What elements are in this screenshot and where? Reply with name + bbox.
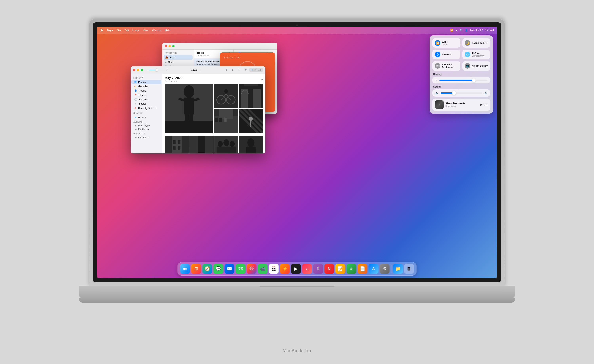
section-1-header: May 7, 2020 New Jersey ···	[165, 76, 263, 82]
zoom-thumb[interactable]	[155, 69, 158, 71]
dock-icon-safari[interactable]: 🧭	[202, 264, 212, 274]
camera	[296, 24, 298, 26]
dock-icon-messages[interactable]: 💬	[213, 264, 223, 274]
dock-icon-pages[interactable]: 📄	[358, 264, 367, 274]
dock-icon-mail[interactable]: ✉️	[224, 264, 234, 274]
cc-keyboard-tile[interactable]: ⌨ Keyboard Brightness	[432, 61, 460, 71]
dock-icon-photos[interactable]: 🖼	[247, 264, 256, 274]
photo-plus-count[interactable]: +1	[239, 136, 263, 153]
photos-body: Library 🖼 Photos ⊙ Memories 👤	[131, 74, 265, 153]
cc-play-button[interactable]: ▶	[480, 103, 483, 106]
photo-street[interactable]	[214, 109, 238, 133]
svg-rect-52	[189, 136, 198, 153]
dock-icon-appstore[interactable]: A	[369, 264, 378, 274]
photo-group-bw[interactable]	[214, 136, 238, 153]
sidebar-item-places[interactable]: 📍 Places	[131, 93, 161, 97]
cc-wifi-tile[interactable]: 📶 Wi-Fi Home	[432, 38, 460, 48]
dock-icon-trash[interactable]: 🗑	[404, 264, 414, 274]
menu-view[interactable]: View	[143, 29, 149, 32]
sidebar-item-media-types[interactable]: ▶ Media Types	[131, 124, 162, 127]
sidebar-item-my-albums[interactable]: ▶ My Albums	[131, 127, 162, 131]
menubar-bluetooth[interactable]: ●	[456, 29, 457, 32]
active-app-name[interactable]: Days	[107, 29, 113, 32]
photo-cyclist[interactable]	[214, 84, 238, 108]
cc-top-grid: 📶 Wi-Fi Home 🌙 Do Not Disturb	[432, 38, 490, 71]
dock-icon-notes[interactable]: 📝	[335, 264, 345, 274]
dock-icon-files[interactable]: 📁	[393, 264, 403, 274]
zoom-fill	[149, 70, 156, 70]
dock-icon-maps[interactable]: 🗺	[236, 264, 245, 274]
photos-close-button[interactable]	[133, 69, 135, 71]
zoom-plus-icon[interactable]: +	[166, 69, 168, 71]
dock-icon-podcasts[interactable]: 🎙	[313, 264, 323, 274]
sidebar-item-my-projects[interactable]: ▶ My Projects	[131, 136, 162, 139]
maximize-button[interactable]	[172, 45, 175, 47]
cc-bluetooth-tile[interactable]: ⬡ Bluetooth	[432, 50, 460, 59]
cc-display-label: Display	[433, 73, 490, 76]
photo-main-portrait[interactable]	[165, 84, 213, 133]
close-button[interactable]	[165, 45, 167, 47]
mail-inbox-item[interactable]: 📥 Inbox	[163, 55, 193, 60]
dock-icon-finder[interactable]	[180, 264, 190, 274]
photo-building2[interactable]	[165, 136, 189, 153]
menu-window[interactable]: Window	[152, 29, 161, 32]
photos-view-stepper[interactable]: ▲ ▼	[199, 68, 201, 72]
menu-image[interactable]: Image	[132, 29, 139, 32]
cc-display-slider[interactable]	[439, 79, 487, 81]
sidebar-item-memories[interactable]: ⊙ Memories	[131, 84, 161, 89]
menubar-datetime[interactable]: Mon Jun 22	[470, 29, 483, 32]
photos-share-icon[interactable]: ⬆	[230, 68, 235, 73]
menu-help[interactable]: Help	[165, 29, 170, 32]
dock-icon-calendar[interactable]: JUN 22	[269, 264, 279, 274]
macbook-hinge	[259, 286, 335, 287]
apple-menu[interactable]: ⌘	[100, 28, 103, 32]
photos-search[interactable]: 🔍 Search	[249, 68, 263, 72]
imports-label: Imports	[138, 102, 146, 105]
dock-icon-system[interactable]: ⚙	[380, 264, 390, 274]
sidebar-item-imports[interactable]: ⬇ Imports	[131, 102, 161, 106]
cc-airplay-tile[interactable]: 📺 AirPlay Display	[462, 61, 490, 71]
sidebar-item-recently-deleted[interactable]: 🗑 Recently Deleted	[131, 106, 161, 110]
cc-airdrop-tile[interactable]: ◎ AirDrop Contacts Only	[462, 50, 490, 59]
sidebar-item-people[interactable]: 👤 People	[131, 89, 161, 93]
menu-file[interactable]: File	[117, 29, 121, 32]
photos-delete-icon[interactable]: 🗑	[243, 68, 248, 73]
menubar-time[interactable]: 9:41 AM	[485, 29, 494, 32]
menubar-wifi[interactable]: 📶	[450, 29, 453, 32]
minimize-button[interactable]	[169, 45, 171, 47]
menubar-user[interactable]: 👤	[465, 29, 468, 32]
dock-icon-facetime[interactable]: 📹	[258, 264, 268, 274]
cc-sound-slider-row[interactable]: 🔈 🔊	[432, 89, 490, 97]
menubar-search[interactable]: 🔍	[459, 29, 463, 32]
sidebar-item-photos[interactable]: 🖼 Photos	[131, 80, 161, 84]
dock-icon-numbers[interactable]: #	[346, 264, 356, 274]
photos-favorite-icon[interactable]: ♡	[236, 68, 241, 73]
activity-icon: ☁	[134, 116, 137, 119]
cc-display-slider-row[interactable]: ☀	[432, 77, 490, 84]
dock-icon-launchpad[interactable]: ⊞	[191, 264, 201, 274]
photo-arch[interactable]	[239, 84, 263, 108]
control-center-panel: 📶 Wi-Fi Home 🌙 Do Not Disturb	[430, 35, 493, 113]
cc-sound-slider-thumb[interactable]	[452, 91, 456, 95]
sidebar-item-activity[interactable]: ☁ Activity	[131, 115, 161, 119]
cc-sound-slider[interactable]	[440, 92, 482, 93]
cc-display-slider-thumb[interactable]	[472, 78, 476, 82]
zoom-minus-icon[interactable]: −	[147, 69, 148, 71]
dock-icon-shortcuts[interactable]: ⚡	[280, 264, 290, 274]
menu-edit[interactable]: Edit	[124, 29, 129, 32]
cc-forward-button[interactable]: ⏭	[484, 103, 487, 106]
dock-icon-appletv[interactable]: ▶	[291, 264, 301, 274]
photo-alley[interactable]	[189, 136, 214, 153]
photos-info-icon[interactable]: ℹ	[224, 68, 229, 73]
section-1-more-btn[interactable]: ···	[260, 78, 263, 81]
dock-icon-music[interactable]: ♫	[302, 264, 312, 274]
cc-dnd-tile[interactable]: 🌙 Do Not Disturb	[462, 38, 490, 48]
sidebar-item-recents[interactable]: 🕐 Recents	[131, 97, 161, 102]
cc-airdrop-info: AirDrop Contacts Only	[472, 52, 484, 57]
dock-icon-news[interactable]: N	[324, 264, 334, 274]
photos-zoom-slider[interactable]	[149, 70, 165, 70]
photo-skater[interactable]	[239, 109, 263, 133]
photos-minimize-button[interactable]	[137, 69, 139, 71]
mail-sent-item[interactable]: ➤ Sent	[162, 60, 194, 65]
photos-maximize-button[interactable]	[141, 69, 143, 71]
